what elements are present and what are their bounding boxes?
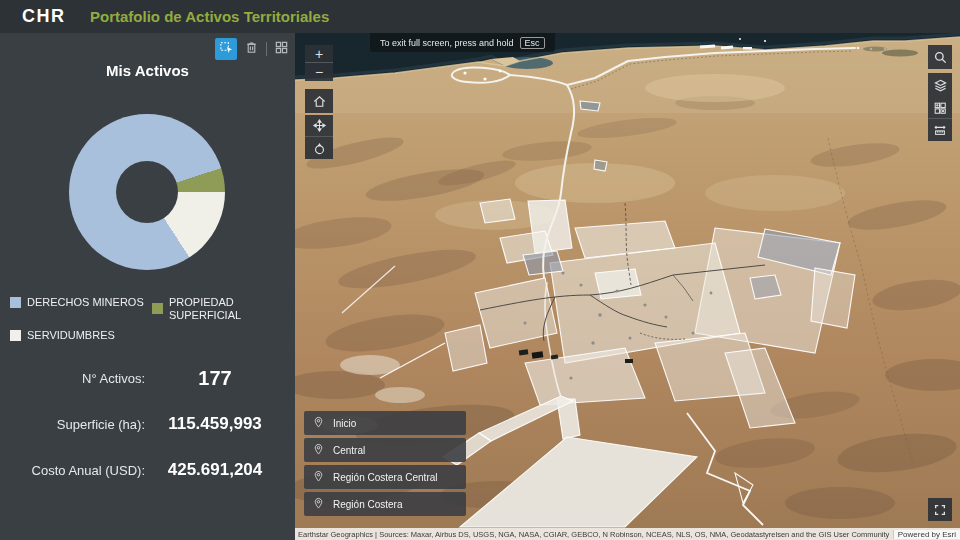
stat-label: Costo Anual (USD): — [0, 463, 145, 478]
assets-donut-chart[interactable] — [69, 114, 225, 270]
stat-row-num-activos: N° Activos: 177 — [0, 363, 295, 393]
app-window: CHR Portafolio de Activos Territoriales — [0, 0, 960, 540]
stat-label: N° Activos: — [0, 371, 145, 386]
widget-gallery-button[interactable] — [274, 40, 289, 59]
legend-swatch — [152, 303, 163, 314]
map-pin-icon — [312, 443, 325, 458]
stat-label: Superficie (ha): — [0, 417, 145, 432]
toast-text: To exit full screen, press and hold — [380, 38, 514, 48]
fullscreen-toast: To exit full screen, press and hold Esc — [370, 33, 555, 52]
pan-arrows-icon — [312, 118, 327, 133]
legend-item-derechos-mineros: DERECHOS MINEROS — [10, 296, 144, 309]
legend-label: DERECHOS MINEROS — [27, 296, 144, 309]
search-button[interactable] — [928, 45, 952, 69]
panel-title: Mis Activos — [0, 62, 295, 79]
esc-keycap: Esc — [520, 37, 545, 49]
fullscreen-icon — [933, 503, 947, 517]
map-pin-icon — [312, 416, 325, 431]
app-header: CHR Portafolio de Activos Territoriales — [0, 0, 960, 33]
compass-icon — [312, 141, 327, 156]
select-features-button[interactable] — [215, 38, 237, 60]
basemap-grid-icon — [933, 101, 947, 115]
bookmark-inicio[interactable]: Inicio — [304, 411, 466, 435]
fullscreen-toggle-button[interactable] — [928, 498, 952, 521]
trash-icon — [244, 40, 259, 59]
map-view[interactable]: To exit full screen, press and hold Esc … — [295, 33, 960, 540]
layers-button[interactable] — [928, 73, 952, 97]
stat-value: 115.459,993 — [145, 414, 285, 434]
compass-reset-button[interactable] — [305, 137, 333, 159]
pan-tool-button[interactable] — [305, 115, 333, 137]
home-extent-button[interactable] — [305, 89, 333, 113]
bookmark-central[interactable]: Central — [304, 438, 466, 462]
legend-label: SERVIDUMBRES — [27, 329, 115, 342]
clear-selection-button[interactable] — [244, 40, 259, 59]
select-cursor-icon — [219, 40, 234, 59]
stat-row-costo-anual: Costo Anual (USD): 425.691,204 — [0, 455, 295, 485]
panel-toolbar — [215, 38, 289, 60]
bookmark-region-costera[interactable]: Región Costera — [304, 492, 466, 516]
layers-icon — [933, 78, 948, 93]
zoom-in-button[interactable]: + — [305, 45, 333, 63]
attribution-sources: Earthstar Geographics | Sources: Maxar, … — [295, 530, 889, 539]
zoom-out-button[interactable]: − — [305, 63, 333, 81]
donut-hole — [116, 161, 178, 223]
stat-row-superficie: Superficie (ha): 115.459,993 — [0, 409, 295, 439]
measure-icon — [933, 123, 947, 137]
bookmarks-list: Inicio Central Región Costera Central Re… — [304, 411, 466, 519]
measure-button[interactable] — [928, 119, 952, 141]
bookmark-label: Región Costera — [333, 499, 402, 510]
legend-item-propiedad-superficial: PROPIEDAD SUPERFICIAL — [152, 296, 272, 322]
stat-value: 177 — [145, 367, 285, 390]
bookmark-region-costera-central[interactable]: Región Costera Central — [304, 465, 466, 489]
apps-grid-icon — [274, 40, 289, 59]
company-logo: CHR — [22, 0, 66, 33]
powered-by-esri-link[interactable]: Powered by Esri — [893, 530, 960, 539]
map-pin-icon — [312, 470, 325, 485]
home-icon — [312, 94, 327, 109]
left-panel: Mis Activos DERECHOS MINEROS PROPIEDAD S… — [0, 33, 295, 540]
bookmark-label: Central — [333, 445, 365, 456]
bookmark-label: Inicio — [333, 418, 356, 429]
legend-item-servidumbres: SERVIDUMBRES — [10, 329, 115, 342]
app-title: Portafolio de Activos Territoriales — [90, 0, 329, 33]
search-icon — [933, 50, 948, 65]
toolbar-divider — [266, 42, 267, 56]
bookmark-label: Región Costera Central — [333, 472, 438, 483]
legend-swatch — [10, 297, 21, 308]
basemap-gallery-button[interactable] — [928, 97, 952, 119]
attribution-bar: Earthstar Geographics | Sources: Maxar, … — [295, 528, 960, 540]
legend-label: PROPIEDAD SUPERFICIAL — [169, 296, 251, 322]
legend-swatch — [10, 330, 21, 341]
map-pin-icon — [312, 497, 325, 512]
stat-value: 425.691,204 — [145, 460, 285, 480]
